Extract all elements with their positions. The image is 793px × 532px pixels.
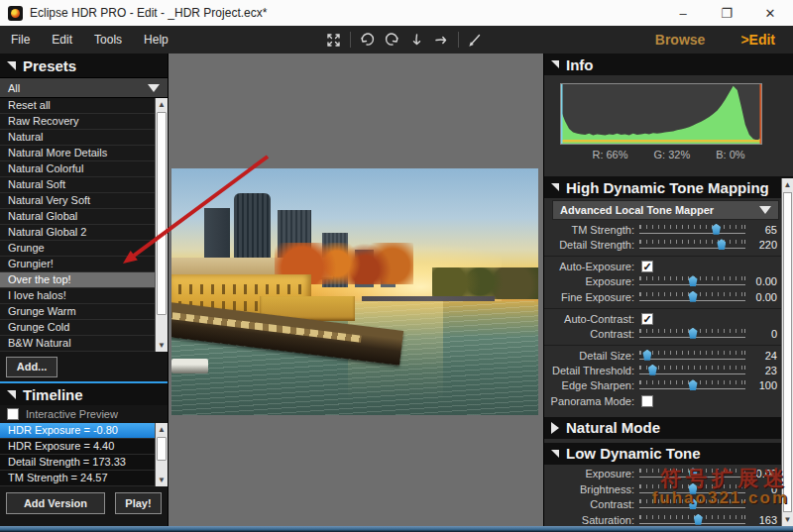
control-value: 65	[745, 224, 777, 236]
title-bar: Eclipse HDR PRO - Edit - _HDR Project.ec…	[0, 0, 793, 26]
control-slider[interactable]	[639, 223, 745, 237]
control-label: Edge Sharpen:	[544, 379, 639, 391]
scrollbar-thumb[interactable]	[157, 112, 167, 315]
control-slider[interactable]	[639, 327, 745, 341]
scroll-up-icon[interactable]: ▲	[156, 423, 168, 436]
menu-tools[interactable]: Tools	[83, 33, 133, 47]
timeline-header[interactable]: Timeline	[0, 383, 168, 405]
control-label: Contrast:	[544, 328, 639, 340]
menu-bar: File Edit Tools Help	[0, 26, 793, 53]
control-value: 24	[745, 350, 777, 362]
preset-item[interactable]: Natural Soft	[0, 177, 156, 193]
close-button[interactable]: ✕	[763, 6, 777, 21]
control-row: Edge Sharpen:100	[544, 378, 793, 394]
control-label: Exposure:	[544, 468, 639, 479]
photo-preview[interactable]	[171, 168, 538, 415]
scrollbar-thumb[interactable]	[783, 192, 792, 512]
scroll-up-icon[interactable]: ▲	[156, 98, 168, 111]
control-checkbox[interactable]: ✓	[641, 313, 653, 325]
undo-icon[interactable]	[359, 32, 376, 49]
pen-icon[interactable]	[467, 32, 484, 49]
preset-item[interactable]: Natural Colorful	[0, 161, 156, 177]
scroll-down-icon[interactable]: ▼	[156, 474, 168, 486]
arrow-down-icon[interactable]	[408, 32, 425, 49]
control-row: Detail Strength:220	[544, 238, 793, 254]
expand-triangle-icon	[551, 422, 559, 434]
menu-file[interactable]: File	[0, 33, 41, 47]
control-row: Auto-Exposure:✓	[544, 256, 793, 274]
add-version-button[interactable]: Add Version	[6, 492, 105, 514]
hdtm-header[interactable]: High Dynamic Tone Mapping	[544, 176, 793, 198]
control-checkbox[interactable]	[641, 395, 653, 407]
control-checkbox[interactable]: ✓	[641, 261, 653, 272]
timeline-item[interactable]: Detail Strength = 173.33	[0, 455, 156, 471]
histogram-blue-value: B: 0%	[716, 149, 744, 160]
control-value: 0.00	[745, 291, 777, 303]
preset-item[interactable]: Grunge Cold	[0, 320, 156, 336]
control-slider[interactable]	[639, 513, 745, 526]
preset-item[interactable]: I love halos!	[0, 288, 156, 304]
control-slider[interactable]	[639, 238, 745, 252]
control-value: 0.00	[745, 275, 777, 287]
canvas-area[interactable]	[169, 53, 543, 526]
timeline-scrollbar[interactable]: ▲ ▼	[155, 423, 168, 486]
control-slider[interactable]	[639, 274, 745, 288]
control-slider[interactable]	[639, 290, 745, 304]
preset-item[interactable]: Natural Global	[0, 209, 156, 225]
menu-edit[interactable]: Edit	[41, 33, 83, 47]
scroll-down-icon[interactable]: ▼	[782, 513, 793, 526]
redo-icon[interactable]	[384, 32, 400, 49]
slider-track	[639, 248, 745, 249]
natural-mode-header[interactable]: Natural Mode	[544, 417, 793, 439]
add-preset-button[interactable]: Add...	[6, 357, 57, 377]
scroll-up-icon[interactable]: ▲	[782, 178, 793, 191]
preset-item[interactable]: Natural More Details	[0, 146, 156, 161]
photo-windows	[178, 284, 303, 294]
timeline-item[interactable]: HDR Exposure = -0.80	[0, 423, 156, 439]
menu-help[interactable]: Help	[133, 33, 179, 47]
tone-mapper-dropdown[interactable]: Advanced Local Tone Mapper	[552, 200, 779, 220]
play-button[interactable]: Play!	[115, 492, 162, 514]
histogram-red-value: R: 66%	[592, 149, 627, 160]
preset-item[interactable]: Natural Very Soft	[0, 193, 156, 209]
preset-item[interactable]: Grunge	[0, 241, 156, 257]
edit-mode-button[interactable]: >Edit	[740, 32, 775, 48]
control-row: Fine Exposure:0.00	[544, 289, 793, 305]
preset-item[interactable]: Reset all	[0, 98, 156, 114]
preset-item[interactable]: Natural	[0, 130, 156, 146]
ldt-header[interactable]: Low Dynamic Tone	[544, 443, 793, 465]
timeline-item[interactable]: TM Strength = 24.57	[0, 471, 156, 486]
control-slider[interactable]	[639, 364, 745, 377]
control-value: 0	[745, 328, 777, 340]
interactive-preview-checkbox[interactable]	[7, 408, 19, 420]
slider-track	[639, 359, 745, 360]
control-value: 100	[745, 379, 777, 391]
info-header[interactable]: Info	[544, 53, 793, 75]
preset-item[interactable]: Grungier!	[0, 257, 156, 272]
scroll-down-icon[interactable]: ▼	[156, 339, 168, 352]
control-slider[interactable]	[639, 349, 745, 363]
presets-header[interactable]: Presets	[0, 53, 168, 77]
preset-scrollbar[interactable]: ▲ ▼	[155, 98, 168, 352]
slider-ticks	[639, 515, 745, 519]
watermark-text: 符号扩展迷	[652, 467, 789, 489]
control-label: Fine Exposure:	[544, 291, 639, 303]
preset-item[interactable]: Over the top!	[0, 272, 156, 288]
browse-mode-button[interactable]: Browse	[655, 32, 706, 48]
preset-item[interactable]: B&W Natural	[0, 336, 156, 352]
app-logo-icon	[8, 6, 23, 21]
scrollbar-thumb[interactable]	[157, 437, 167, 461]
control-row: Auto-Contrast:✓	[544, 308, 793, 327]
preset-item[interactable]: Natural Global 2	[0, 225, 156, 241]
preset-item[interactable]: Raw Recovery	[0, 114, 156, 130]
minimize-button[interactable]: –	[676, 6, 690, 21]
arrow-right-icon[interactable]	[433, 32, 450, 49]
control-slider[interactable]	[639, 378, 745, 392]
timeline-item[interactable]: HDR Exposure = 4.40	[0, 439, 156, 455]
preset-item[interactable]: Grunge Warm	[0, 304, 156, 320]
control-value: 163	[745, 514, 777, 526]
control-row: TM Strength:65	[544, 222, 793, 238]
maximize-button[interactable]: ❐	[720, 6, 734, 21]
preset-filter-dropdown[interactable]: All	[0, 77, 168, 98]
fit-view-icon[interactable]	[325, 32, 342, 49]
